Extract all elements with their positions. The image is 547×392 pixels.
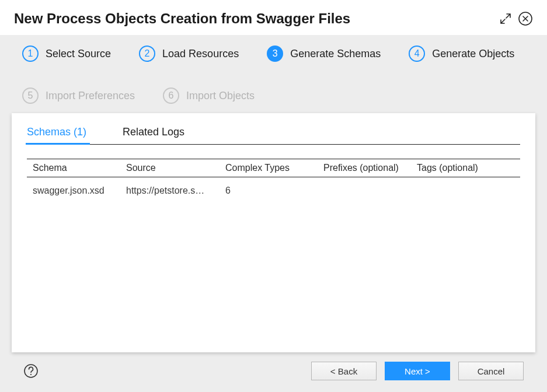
- svg-point-1: [25, 365, 37, 377]
- table-header: Schema Source Complex Types Prefixes (op…: [27, 159, 520, 177]
- dialog: New Process Objects Creation from Swagge…: [0, 0, 547, 392]
- step-number: 2: [139, 46, 155, 62]
- step-load-resources[interactable]: 2 Load Resources: [139, 46, 239, 62]
- step-number: 4: [409, 46, 425, 62]
- help-icon[interactable]: [23, 363, 39, 379]
- step-generate-schemas[interactable]: 3 Generate Schemas: [267, 46, 381, 62]
- step-label: Import Preferences: [46, 90, 135, 102]
- col-prefixes: Prefixes (optional): [323, 163, 417, 173]
- tabs: Schemas (1) Related Logs: [27, 126, 520, 145]
- cell-source: https://petstore.s…: [126, 186, 225, 196]
- back-button[interactable]: < Back: [311, 362, 377, 380]
- step-import-preferences: 5 Import Preferences: [22, 88, 135, 104]
- col-schema: Schema: [33, 163, 126, 173]
- step-label: Import Objects: [186, 90, 255, 102]
- expand-icon[interactable]: [499, 12, 512, 25]
- table-row[interactable]: swagger.json.xsd https://petstore.s… 6: [27, 177, 520, 204]
- cell-complex-types: 6: [225, 186, 323, 196]
- schemas-table: Schema Source Complex Types Prefixes (op…: [27, 159, 520, 342]
- col-source: Source: [126, 163, 225, 173]
- wizard-steps: 1 Select Source 2 Load Resources 3 Gener…: [12, 35, 535, 113]
- dialog-body: 1 Select Source 2 Load Resources 3 Gener…: [0, 35, 547, 392]
- header-icons: [499, 11, 533, 26]
- step-label: Generate Objects: [432, 48, 514, 60]
- col-tags: Tags (optional): [417, 163, 514, 173]
- dialog-header: New Process Objects Creation from Swagge…: [0, 0, 547, 35]
- tab-schemas[interactable]: Schemas (1): [27, 126, 86, 144]
- svg-point-2: [30, 374, 32, 375]
- content-panel: Schemas (1) Related Logs Schema Source C…: [12, 113, 535, 352]
- dialog-footer: < Back Next > Cancel: [12, 362, 535, 392]
- step-number: 1: [22, 46, 39, 62]
- step-label: Select Source: [46, 48, 111, 60]
- close-icon[interactable]: [518, 11, 533, 26]
- dialog-title: New Process Objects Creation from Swagge…: [14, 10, 350, 27]
- step-label: Generate Schemas: [290, 48, 381, 60]
- step-generate-objects[interactable]: 4 Generate Objects: [409, 46, 514, 62]
- cell-schema: swagger.json.xsd: [33, 186, 126, 196]
- step-select-source[interactable]: 1 Select Source: [22, 46, 111, 62]
- step-import-objects: 6 Import Objects: [163, 88, 255, 104]
- step-number: 5: [22, 88, 39, 104]
- step-number: 6: [163, 88, 179, 104]
- step-number: 3: [267, 46, 283, 62]
- step-label: Load Resources: [162, 48, 239, 60]
- col-complex-types: Complex Types: [225, 163, 323, 173]
- next-button[interactable]: Next >: [385, 362, 450, 380]
- cell-prefixes: [323, 186, 417, 196]
- cancel-button[interactable]: Cancel: [458, 362, 524, 380]
- tab-related-logs[interactable]: Related Logs: [123, 126, 184, 144]
- cell-tags: [417, 186, 514, 196]
